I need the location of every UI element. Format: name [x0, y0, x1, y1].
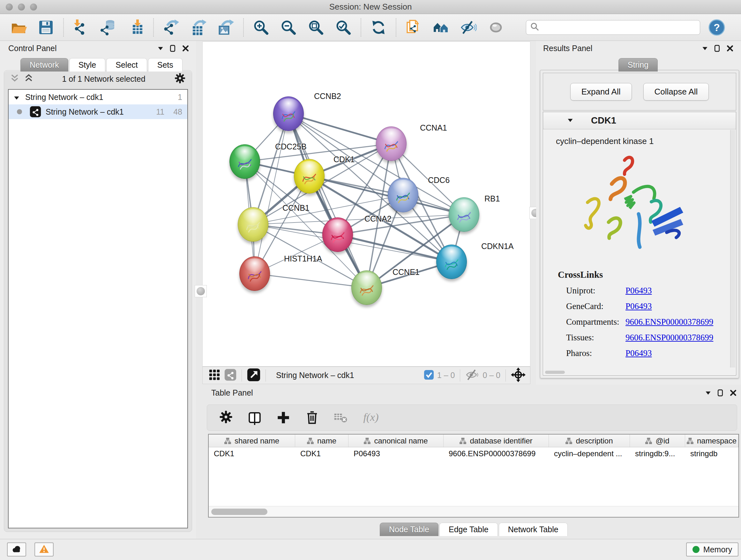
results-panel-maximize-icon[interactable]	[714, 45, 720, 52]
results-panel-float-icon[interactable]	[702, 46, 708, 51]
edge-hist1h1a-ccne1[interactable]	[255, 273, 367, 288]
title-bar: Session: New Session	[0, 0, 741, 14]
tab-sets[interactable]: Sets	[148, 58, 183, 71]
crosslink-link[interactable]: P06493	[625, 286, 652, 296]
tab-edge-table[interactable]: Edge Table	[440, 523, 498, 536]
crosslink-row: GeneCard: P06493	[558, 301, 736, 311]
expand-all-button[interactable]: Expand All	[570, 83, 632, 101]
table-panel-close-icon[interactable]	[730, 389, 737, 396]
memory-button[interactable]: Memory	[686, 543, 738, 557]
network-collection-row[interactable]: String Network – cdk1 1	[9, 90, 187, 105]
tab-style[interactable]: Style	[69, 58, 106, 71]
node-cdkn1a[interactable]	[436, 245, 467, 279]
left-splitter-handle[interactable]	[195, 285, 207, 297]
node-label-ccna2: CCNA2	[364, 214, 392, 224]
node-cdc25b[interactable]	[229, 144, 260, 179]
column-header-canonical-name[interactable]: canonical name	[348, 435, 444, 447]
tab-network-table[interactable]: Network Table	[499, 523, 568, 536]
crosslink-link[interactable]: 9606.ENSP00000378699	[625, 333, 713, 343]
network-chip-icon[interactable]	[224, 369, 237, 382]
search-box[interactable]	[526, 20, 700, 35]
table-row[interactable]: CDK1CDK1P064939606.ENSP00000378699cyclin…	[209, 447, 738, 460]
zoom-selected-icon[interactable]	[334, 18, 352, 37]
share-document-icon[interactable]	[405, 18, 422, 37]
show-all-icon[interactable]	[487, 18, 505, 37]
zoom-fit-icon[interactable]	[307, 18, 325, 37]
warnings-button[interactable]	[35, 543, 54, 557]
table-panel-maximize-icon[interactable]	[718, 389, 724, 396]
column-header-@id[interactable]: @id	[630, 435, 685, 447]
collection-expand-icon[interactable]	[14, 92, 19, 102]
fit-selected-crosshair-icon[interactable]	[511, 368, 526, 383]
hide-selected-icon[interactable]	[460, 18, 477, 37]
entry-collapse-icon[interactable]	[567, 118, 573, 124]
node-cdk1[interactable]	[294, 159, 325, 193]
tab-string[interactable]: String	[618, 58, 658, 71]
grid-view-icon[interactable]	[209, 369, 220, 381]
save-session-icon[interactable]	[37, 18, 55, 37]
first-neighbors-icon[interactable]	[432, 18, 450, 37]
column-header-description[interactable]: description	[549, 435, 630, 447]
node-rb1[interactable]	[449, 197, 479, 232]
tab-node-table[interactable]: Node Table	[380, 523, 439, 536]
node-ccnb2[interactable]	[273, 97, 304, 131]
results-vertical-scrollbar[interactable]	[730, 130, 735, 368]
create-column-icon[interactable]	[276, 410, 291, 425]
crosslink-row: Pharos: P06493	[558, 348, 736, 358]
import-network-file-icon[interactable]	[72, 18, 90, 37]
column-header-database-identifier[interactable]: database identifier	[444, 435, 549, 447]
node-ccna1[interactable]	[376, 126, 407, 161]
zoom-out-icon[interactable]	[280, 18, 297, 37]
control-panel-close-icon[interactable]	[182, 45, 189, 52]
node-hist1h1a[interactable]	[239, 256, 270, 291]
collapse-all-button[interactable]: Collapse All	[643, 83, 709, 101]
node-cdc6[interactable]	[388, 178, 418, 212]
table-horizontal-scrollbar[interactable]	[209, 506, 738, 517]
node-ccne1[interactable]	[351, 270, 382, 305]
help-button[interactable]: ?	[709, 19, 725, 36]
network-row[interactable]: String Network – cdk1 11 48	[9, 105, 187, 119]
expand-all-networks-icon[interactable]	[24, 73, 33, 84]
show-columns-icon[interactable]	[247, 410, 262, 425]
crosslink-link[interactable]: P06493	[625, 348, 652, 358]
table-options-gear-icon[interactable]	[219, 410, 233, 426]
tab-network[interactable]: Network	[20, 58, 68, 71]
import-table-icon[interactable]	[127, 18, 145, 37]
cloud-status-button[interactable]	[7, 543, 26, 557]
export-table-icon[interactable]	[190, 18, 207, 37]
results-horizontal-scrollbar[interactable]	[545, 371, 565, 374]
collapse-all-networks-icon[interactable]	[10, 73, 19, 84]
zoom-in-icon[interactable]	[252, 18, 270, 37]
results-panel-close-icon[interactable]	[727, 45, 733, 52]
crosslink-label: GeneCard:	[566, 301, 625, 311]
column-header-name[interactable]: name	[295, 435, 348, 447]
collection-label: String Network – cdk1	[25, 92, 104, 102]
node-entry-header[interactable]: CDK1	[543, 112, 736, 129]
edge-ccnb2-ccna1[interactable]	[288, 114, 391, 144]
node-ccnb1[interactable]	[238, 207, 268, 242]
export-image-icon[interactable]	[217, 18, 235, 37]
network-node-count: 11	[156, 107, 164, 117]
tab-select[interactable]: Select	[106, 58, 147, 71]
birdseye-view-icon[interactable]	[247, 368, 260, 383]
node-structure-thumbnail	[442, 253, 461, 273]
node-ccna2[interactable]	[322, 217, 353, 252]
edge-ccnb2-hist1h1a[interactable]	[255, 114, 288, 273]
table-panel-float-icon[interactable]	[705, 391, 711, 395]
open-session-icon[interactable]	[10, 18, 27, 37]
network-options-gear-icon[interactable]	[174, 72, 186, 85]
refresh-icon[interactable]	[369, 18, 387, 37]
import-network-database-icon[interactable]	[99, 18, 118, 37]
column-header-shared-name[interactable]: shared name	[209, 435, 295, 447]
table-panel: Table Panel f(x) shared namenamecanonica…	[202, 385, 741, 539]
control-panel-float-icon[interactable]	[158, 46, 163, 51]
search-input[interactable]	[542, 23, 696, 32]
network-canvas[interactable]: CCNB2 CCNA1 CDC25B CDK1 CDC6 RB1 CCNB1 C…	[202, 42, 530, 367]
selected-checkbox-icon[interactable]	[424, 370, 434, 381]
control-panel-maximize-icon[interactable]	[170, 45, 176, 52]
crosslink-link[interactable]: P06493	[625, 301, 652, 311]
column-header-namespace[interactable]: namespace	[685, 435, 738, 447]
export-network-icon[interactable]	[162, 18, 180, 37]
delete-columns-icon[interactable]	[305, 410, 320, 425]
crosslink-link[interactable]: 9606.ENSP00000378699	[625, 317, 713, 327]
